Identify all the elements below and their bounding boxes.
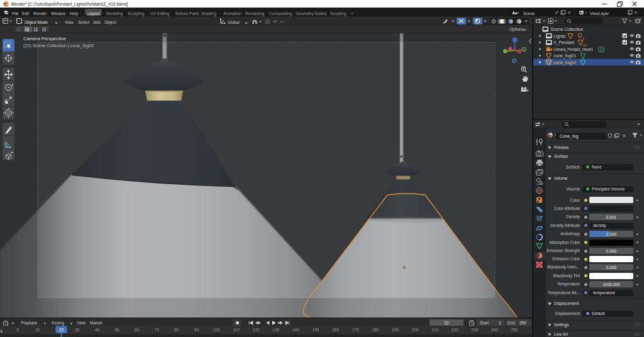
svg-text:180: 180 <box>372 328 379 332</box>
svg-text:230: 230 <box>471 328 478 332</box>
svg-text:0: 0 <box>16 328 19 332</box>
svg-text:50: 50 <box>114 328 119 332</box>
svg-text:80: 80 <box>174 328 179 332</box>
svg-text:200: 200 <box>412 328 419 332</box>
svg-text:3: 3 <box>582 36 584 40</box>
svg-text:X_Pendant: X_Pendant <box>553 40 574 45</box>
svg-text:210: 210 <box>431 328 438 332</box>
svg-text:Lights: Lights <box>553 34 565 39</box>
svg-text:70: 70 <box>155 328 160 332</box>
svg-text:250: 250 <box>511 328 518 332</box>
svg-text:10: 10 <box>35 328 40 332</box>
svg-text:22: 22 <box>59 328 64 332</box>
svg-text:cone_fog02: cone_fog02 <box>553 60 577 65</box>
svg-text:150: 150 <box>313 328 319 332</box>
svg-text:60: 60 <box>135 328 140 332</box>
svg-text:130: 130 <box>272 328 279 332</box>
svg-text:cone_fog01: cone_fog01 <box>553 53 577 58</box>
svg-text:240: 240 <box>491 328 498 332</box>
svg-text:120: 120 <box>253 328 260 332</box>
svg-text:30: 30 <box>75 328 80 332</box>
svg-text:Scene Collection: Scene Collection <box>551 27 584 31</box>
svg-text:40: 40 <box>95 328 100 332</box>
svg-text:100: 100 <box>213 328 220 332</box>
svg-text:90: 90 <box>194 328 199 332</box>
svg-text:140: 140 <box>292 328 299 332</box>
svg-text:220: 220 <box>452 328 458 332</box>
svg-text:110: 110 <box>233 328 240 332</box>
svg-text:160: 160 <box>332 328 339 332</box>
svg-text:190: 190 <box>392 328 399 332</box>
svg-text:Camera_Pendant_View01: Camera_Pendant_View01 <box>553 47 593 52</box>
svg-text:170: 170 <box>352 328 359 332</box>
